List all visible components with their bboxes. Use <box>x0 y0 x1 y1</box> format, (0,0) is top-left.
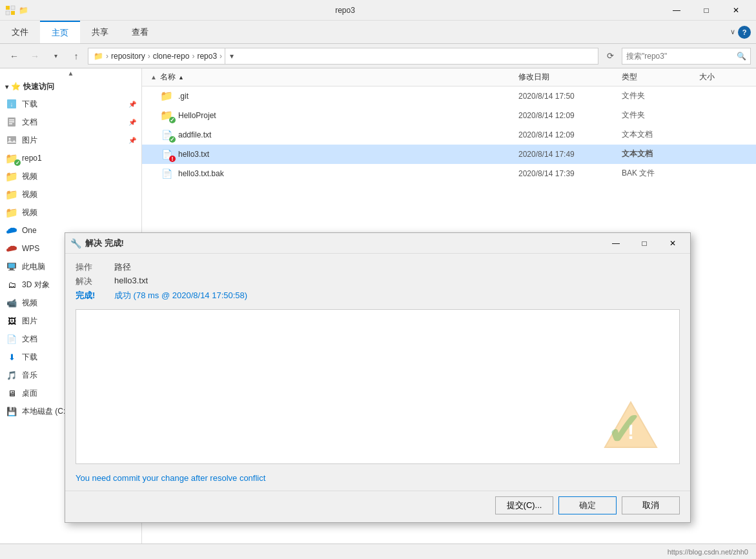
dialog-title-icon: 🔧 <box>70 238 81 249</box>
dialog-minimize-button[interactable]: — <box>604 234 628 252</box>
dialog-body: 操作 路径 解决 hello3.txt 完成! 成功 (78 ms @ 2020… <box>65 254 690 522</box>
cancel-label: 取消 <box>642 500 659 511</box>
dialog-notice: You need commit your change after resolv… <box>65 469 690 491</box>
dialog-info-table: 操作 路径 解决 hello3.txt 完成! 成功 (78 ms @ 2020… <box>65 254 690 307</box>
op-label: 操作 <box>76 261 114 273</box>
notice-text: You need commit your change after resolv… <box>76 473 265 483</box>
svg-text:✓: ✓ <box>605 405 643 449</box>
dialog-overlay: 🔧 解决 完成! — □ ✕ 操作 路径 解决 hello3.txt 完成! 成… <box>0 0 756 559</box>
resolve-dialog: 🔧 解决 完成! — □ ✕ 操作 路径 解决 hello3.txt 完成! 成… <box>65 232 691 523</box>
checkmark-icon: ✓ <box>602 403 653 451</box>
submit-button[interactable]: 提交(C)... <box>495 496 553 514</box>
ok-label: 确定 <box>579 500 596 511</box>
watermark-container: ! ✓ <box>602 399 660 451</box>
resolve-value: hello3.txt <box>114 276 295 287</box>
dialog-title-text: 解决 完成! <box>85 238 600 249</box>
ok-button[interactable]: 确定 <box>558 496 617 514</box>
submit-label: 提交(C)... <box>507 500 542 511</box>
dialog-close-button[interactable]: ✕ <box>660 234 685 252</box>
resolve-label: 解决 <box>76 276 114 287</box>
dialog-log: ! ✓ <box>76 309 680 464</box>
cancel-button[interactable]: 取消 <box>622 496 680 514</box>
op-col-label: 路径 <box>114 261 295 273</box>
dialog-footer: 提交(C)... 确定 取消 <box>65 491 690 522</box>
success-label: 完成! <box>76 290 114 301</box>
dialog-maximize-button[interactable]: □ <box>632 234 657 252</box>
dialog-title-bar: 🔧 解决 完成! — □ ✕ <box>65 233 690 254</box>
success-value: 成功 (78 ms @ 2020/8/14 17:50:58) <box>114 290 295 301</box>
